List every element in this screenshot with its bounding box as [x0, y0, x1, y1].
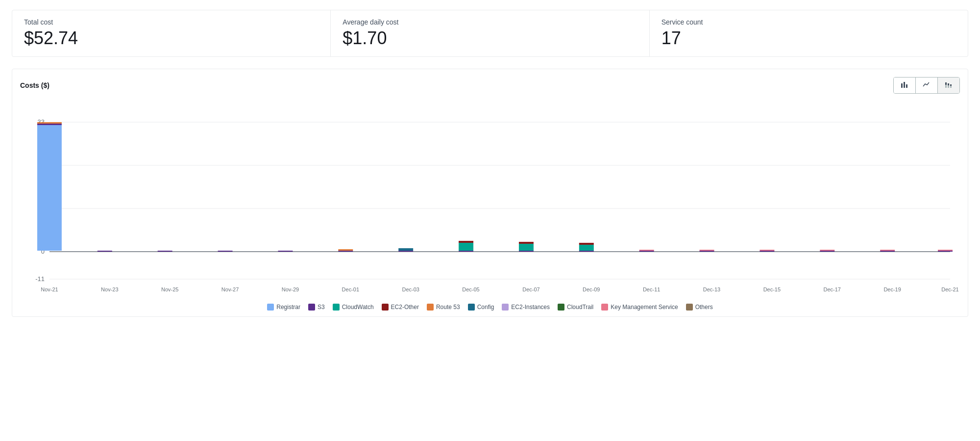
bar-dec01-route53 — [338, 249, 353, 251]
legend-item: CloudTrail — [558, 304, 593, 311]
total-cost-label: Total cost — [24, 18, 318, 26]
svg-text:Dec-15: Dec-15 — [763, 286, 781, 292]
bar-nov21-route53 — [37, 122, 62, 124]
svg-text:Nov-21: Nov-21 — [41, 286, 58, 292]
legend-swatch — [686, 304, 693, 311]
svg-rect-4 — [945, 82, 947, 85]
bar-dec13-kms — [700, 250, 714, 251]
svg-rect-8 — [950, 84, 952, 86]
total-cost-card: Total cost $52.74 — [12, 10, 331, 56]
avg-daily-cost-card: Average daily cost $1.70 — [331, 10, 649, 56]
legend-label: Others — [695, 304, 713, 311]
service-count-card: Service count 17 — [650, 10, 968, 56]
chart-area: 33 22 11 0 -11 Nov-21 Nov-23 Nov-25 Nov-… — [20, 98, 960, 294]
svg-text:Dec-01: Dec-01 — [342, 286, 359, 292]
legend-item: EC2-Other — [382, 304, 419, 311]
legend-swatch — [468, 304, 475, 311]
service-count-value: 17 — [662, 28, 956, 49]
bar-dec11-s3 — [639, 251, 654, 252]
service-count-label: Service count — [662, 18, 956, 26]
bar-chart-button[interactable] — [894, 78, 916, 93]
legend-label: Config — [477, 304, 494, 311]
bar-dec07-cloudwatch — [519, 244, 534, 251]
legend-swatch — [382, 304, 389, 311]
bar-dec05-ec2other — [459, 241, 473, 243]
bar-dec05-s3 — [459, 251, 473, 252]
svg-rect-2 — [906, 84, 907, 88]
chart-header: Costs ($) — [20, 77, 960, 94]
legend: RegistrarS3CloudWatchEC2-OtherRoute 53Co… — [20, 300, 960, 311]
svg-text:Dec-19: Dec-19 — [883, 286, 901, 292]
chart-container: Costs ($) 33 22 — [12, 69, 968, 317]
svg-rect-1 — [904, 82, 905, 88]
chart-controls — [893, 77, 960, 94]
bar-dec01-s3 — [338, 251, 353, 252]
legend-swatch — [558, 304, 564, 311]
legend-swatch — [601, 304, 608, 311]
legend-swatch — [308, 304, 315, 311]
legend-label: S3 — [318, 304, 325, 311]
bar-dec03-config — [398, 248, 413, 251]
bar-nov21-s3 — [37, 124, 62, 125]
svg-text:Nov-25: Nov-25 — [161, 286, 178, 292]
legend-item: CloudWatch — [333, 304, 374, 311]
svg-text:Dec-03: Dec-03 — [402, 286, 419, 292]
legend-swatch — [267, 304, 274, 311]
total-cost-value: $52.74 — [24, 28, 318, 49]
line-chart-button[interactable] — [916, 78, 938, 93]
legend-item: Key Management Service — [601, 304, 678, 311]
svg-rect-6 — [948, 83, 949, 85]
stacked-chart-button[interactable] — [938, 78, 959, 93]
svg-text:-11: -11 — [35, 275, 45, 283]
svg-rect-0 — [901, 83, 903, 88]
chart-title: Costs ($) — [20, 81, 49, 89]
svg-text:Dec-21: Dec-21 — [941, 286, 958, 292]
avg-daily-cost-value: $1.70 — [343, 28, 637, 49]
bar-dec07-ec2other — [519, 242, 534, 244]
bar-nov29 — [278, 251, 293, 252]
legend-label: Registrar — [276, 304, 300, 311]
legend-item: S3 — [308, 304, 325, 311]
legend-item: Route 53 — [427, 304, 460, 311]
bar-dec07-s3 — [519, 251, 534, 252]
svg-text:Dec-11: Dec-11 — [643, 286, 660, 292]
bar-dec21-kms — [938, 250, 953, 251]
bar-dec13-s3 — [700, 251, 714, 252]
legend-swatch — [333, 304, 340, 311]
bar-dec17-s3 — [820, 251, 834, 252]
svg-text:Nov-29: Nov-29 — [282, 286, 299, 292]
bar-dec11-kms — [639, 250, 654, 251]
legend-swatch — [427, 304, 434, 311]
bar-dec03-s3 — [398, 251, 413, 252]
bar-nov27 — [218, 251, 233, 252]
bar-nov25 — [158, 251, 172, 252]
svg-text:Nov-27: Nov-27 — [221, 286, 239, 292]
bar-dec19-s3 — [880, 251, 895, 252]
bar-dec09-cloudwatch — [579, 245, 594, 251]
legend-label: EC2-Other — [391, 304, 419, 311]
bar-dec15-kms — [760, 250, 774, 251]
legend-label: Route 53 — [436, 304, 460, 311]
svg-text:Dec-17: Dec-17 — [824, 286, 841, 292]
svg-text:Dec-09: Dec-09 — [583, 286, 600, 292]
legend-label: Key Management Service — [611, 304, 678, 311]
bar-dec17-kms — [820, 250, 834, 251]
bar-nov23 — [98, 251, 112, 252]
bar-dec21-s3 — [938, 251, 953, 252]
legend-item: Registrar — [267, 304, 300, 311]
bar-nov21-registrar — [37, 125, 62, 251]
legend-item: Config — [468, 304, 494, 311]
bar-dec09-ec2other — [579, 243, 594, 245]
legend-label: CloudTrail — [567, 304, 593, 311]
legend-swatch — [502, 304, 509, 311]
legend-item: Others — [686, 304, 713, 311]
bar-dec15-s3 — [760, 251, 774, 252]
svg-text:Dec-07: Dec-07 — [522, 286, 539, 292]
svg-text:Dec-13: Dec-13 — [703, 286, 720, 292]
legend-label: EC2-Instances — [511, 304, 550, 311]
legend-item: EC2-Instances — [502, 304, 550, 311]
bar-dec19-kms — [880, 250, 895, 251]
bar-dec09-s3 — [579, 251, 594, 252]
metrics-row: Total cost $52.74 Average daily cost $1.… — [12, 10, 968, 57]
chart-svg: 33 22 11 0 -11 Nov-21 Nov-23 Nov-25 Nov-… — [20, 98, 960, 294]
